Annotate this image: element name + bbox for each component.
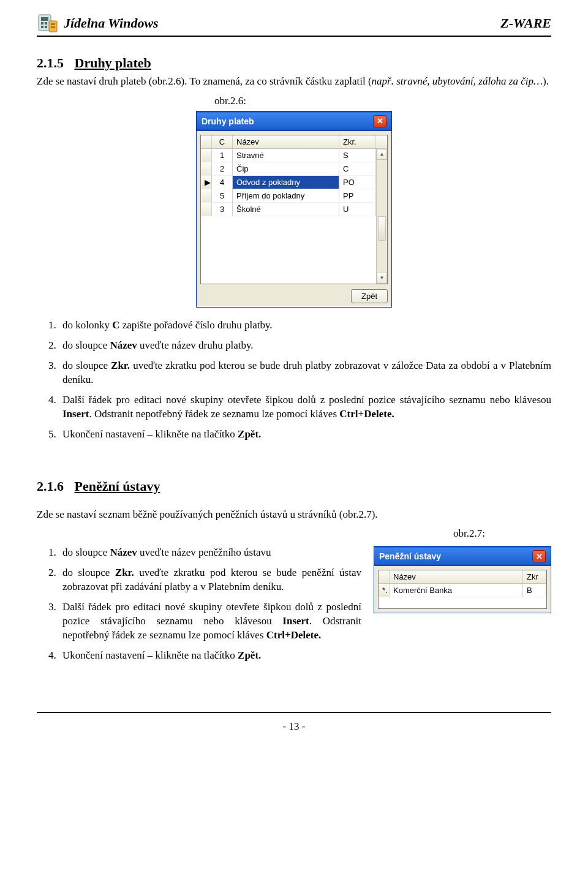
header-left: Jídelna Windows [37, 12, 159, 34]
list-item: Ukončení nastavení – klikněte na tlačítk… [59, 649, 361, 663]
step-bold: Zpět. [238, 649, 261, 661]
cell-zkr[interactable]: C [339, 162, 376, 176]
cell-nazev[interactable]: Školné [233, 203, 339, 216]
step-bold: C [112, 319, 119, 331]
step-bold: Insert [282, 615, 309, 627]
svg-rect-8 [51, 26, 55, 28]
cell-zkr[interactable]: PO [339, 176, 376, 189]
dialog-titlebar[interactable]: Peněžní ústavy ✕ [374, 546, 551, 566]
dialog-druhy-plateb: Druhy plateb ✕ C Název Zkr. 1StravnéS2Či… [196, 111, 392, 308]
grid-col-zkr[interactable]: Zkr. [339, 135, 376, 148]
grid-rowmark-header [201, 135, 212, 148]
scroll-head-spacer [376, 135, 387, 148]
grid-col-nazev[interactable]: Název [390, 570, 523, 583]
dialog-title: Druhy plateb [202, 116, 254, 126]
cell-c[interactable]: 1 [212, 149, 233, 162]
svg-rect-4 [41, 26, 43, 28]
dialog-titlebar[interactable]: Druhy plateb ✕ [197, 112, 391, 131]
intro-emph: např. stravné, ubytování, záloha za čip… [372, 75, 543, 87]
step-text: Další řádek pro editaci nové skupiny ote… [62, 394, 551, 406]
document-page: Jídelna Windows Z-WARE 2.1.5 Druhy plate… [0, 0, 588, 751]
step-text: uveďte zkratku pod kterou se bude druh p… [62, 360, 551, 385]
close-icon[interactable]: ✕ [373, 115, 386, 127]
step-text: uveďte název druhu platby. [137, 339, 254, 351]
svg-rect-1 [41, 17, 48, 21]
cell-zkr[interactable]: U [339, 203, 376, 216]
step-text: . Odstranit nepotřebný řádek ze seznamu … [89, 408, 339, 420]
grid-col-zkr[interactable]: Zkr [523, 570, 546, 583]
section1-intro: Zde se nastaví druh plateb (obr.2.6). To… [37, 75, 551, 89]
step-text: do sloupce [62, 360, 111, 371]
row-marker [201, 149, 212, 162]
dialog-penezni-ustavy: Peněžní ústavy ✕ Název Zkr *Komerční Ban… [374, 546, 551, 613]
grid-col-c[interactable]: C [212, 135, 233, 148]
scroll-up-icon[interactable]: ▲ [377, 149, 387, 160]
step-bold: Zkr. [115, 567, 134, 578]
svg-rect-5 [45, 26, 47, 28]
step-text: do sloupce [62, 339, 110, 351]
cell-c[interactable]: 5 [212, 189, 233, 203]
logo-icon [37, 12, 59, 34]
list-item: do kolonky C zapište pořadové číslo druh… [59, 319, 551, 333]
cell-zkr[interactable]: B [523, 584, 546, 597]
dialog-body: Název Zkr *Komerční BankaB [374, 566, 551, 613]
page-number: - 13 - [283, 720, 306, 732]
page-header: Jídelna Windows Z-WARE [37, 12, 551, 37]
grid-rowmark-header [379, 570, 390, 583]
list-item: do sloupce Název uveďte název peněžního … [59, 546, 361, 560]
list-item: do sloupce Zkr. uveďte zkratku pod ktero… [59, 359, 551, 387]
close-icon[interactable]: ✕ [532, 550, 546, 562]
cell-c[interactable]: 3 [212, 203, 233, 216]
section2-intro: Zde se nastaví seznam běžně používaných … [37, 508, 551, 522]
step-bold: Insert [62, 408, 89, 420]
section-number: 2.1.6 [37, 478, 64, 494]
table-row[interactable]: 1StravnéS [201, 149, 387, 162]
cell-nazev[interactable]: Čip [233, 162, 339, 176]
section-title: Peněžní ústavy [75, 478, 160, 494]
steps-list-2: do sloupce Název uveďte název peněžního … [37, 546, 361, 663]
table-row[interactable]: 3ŠkolnéU [201, 203, 387, 216]
list-item: do sloupce Zkr. uveďte zkratku pod ktero… [59, 566, 361, 594]
cell-c[interactable]: 4 [212, 176, 233, 189]
svg-rect-3 [45, 22, 47, 25]
grid-col-nazev[interactable]: Název [233, 135, 339, 148]
intro-post: ). [543, 75, 549, 87]
back-button[interactable]: Zpět [351, 289, 388, 303]
brand: Z-WARE [500, 15, 551, 31]
cell-nazev[interactable]: Stravné [233, 149, 339, 162]
cell-c[interactable]: 2 [212, 162, 233, 176]
grid-body: *Komerční BankaB [379, 584, 546, 608]
row-marker [201, 189, 212, 203]
cell-nazev[interactable]: Odvod z pokladny [233, 176, 339, 189]
table-row[interactable]: 2ČipC [201, 162, 387, 176]
two-column-layout: do sloupce Název uveďte název peněžního … [37, 546, 551, 669]
scroll-thumb[interactable] [378, 216, 386, 241]
table-row[interactable]: 5Příjem do pokladnyPP [201, 189, 387, 203]
step-text: do sloupce [62, 546, 110, 558]
cell-nazev[interactable]: Komerční Banka [390, 584, 523, 597]
figure-label-2-6: obr.2.6: [37, 95, 551, 107]
step-text: uveďte název peněžního ústavu [137, 546, 271, 558]
table-row[interactable]: *Komerční BankaB [379, 584, 546, 597]
section-heading-2-1-5: 2.1.5 Druhy plateb [37, 55, 551, 71]
step-text: zapište pořadové číslo druhu platby. [120, 319, 273, 331]
table-row[interactable]: ▶4Odvod z pokladnyPO [201, 176, 387, 189]
scroll-down-icon[interactable]: ▼ [377, 273, 387, 284]
list-item: Ukončení nastavení – klikněte na tlačítk… [59, 428, 551, 442]
figure-2-6: Druhy plateb ✕ C Název Zkr. 1StravnéS2Či… [37, 111, 551, 308]
figure-label-2-7: obr.2.7: [37, 527, 551, 540]
dialog-body: C Název Zkr. 1StravnéS2ČipC▶4Odvod z pok… [197, 131, 391, 307]
app-title: Jídelna Windows [64, 15, 159, 31]
svg-rect-2 [41, 22, 43, 25]
grid-druhy-plateb: C Název Zkr. 1StravnéS2ČipC▶4Odvod z pok… [200, 135, 388, 284]
cell-zkr[interactable]: PP [339, 189, 376, 203]
step-text: do kolonky [62, 319, 112, 331]
list-item: Další řádek pro editaci nové skupiny ote… [59, 600, 361, 643]
vertical-scrollbar[interactable]: ▲ ▼ [376, 149, 387, 284]
step-text: Ukončení nastavení – klikněte na tlačítk… [62, 428, 238, 440]
cell-zkr[interactable]: S [339, 149, 376, 162]
list-item: Další řádek pro editaci nové skupiny ote… [59, 393, 551, 421]
cell-nazev[interactable]: Příjem do pokladny [233, 189, 339, 203]
step-bold: Název [110, 339, 137, 351]
row-marker [201, 162, 212, 176]
